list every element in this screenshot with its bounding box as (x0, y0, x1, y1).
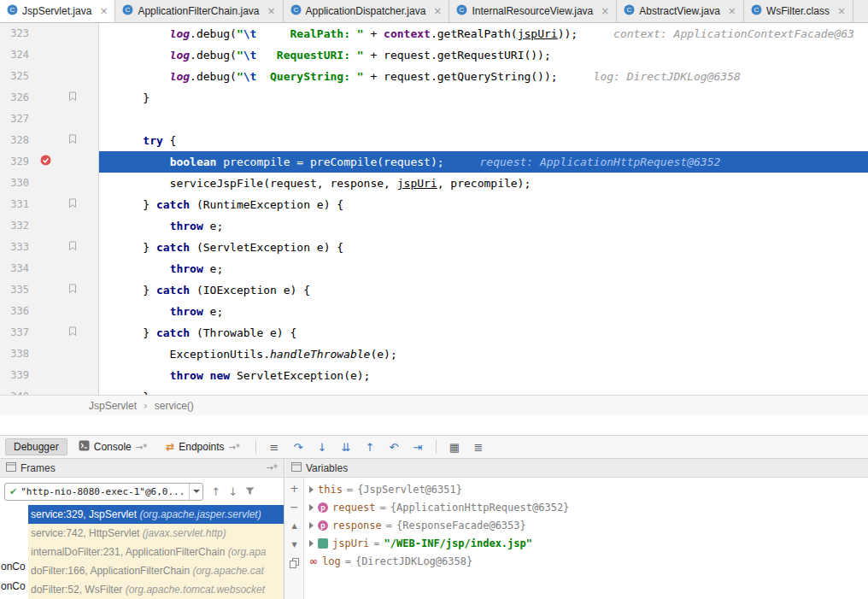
close-icon[interactable]: × (433, 5, 442, 17)
code-line[interactable]: } catch (IOException e) { (99, 279, 868, 301)
stack-frame-row[interactable]: internalDoFilter:231, ApplicationFilterC… (28, 543, 284, 561)
fold-marker-icon[interactable] (68, 194, 77, 215)
editor-gutter: 338 (0, 344, 99, 365)
code-line[interactable]: } catch (Throwable e) { (99, 322, 868, 344)
add-watch-icon[interactable]: + (290, 483, 299, 494)
code-line[interactable]: throw e; (99, 258, 868, 279)
layout-settings-icon[interactable]: ≣ (468, 441, 489, 454)
evaluate-expression-icon[interactable]: ▦ (444, 441, 465, 454)
breakpoint-icon[interactable] (40, 151, 51, 173)
expand-chevron-icon[interactable] (309, 486, 314, 493)
breakpoint-area[interactable] (29, 151, 62, 173)
code-segment: } (116, 284, 156, 297)
debug-tool-tab-endpoints[interactable]: ⇄Endpoints→* (158, 438, 248, 455)
stack-frame-row[interactable]: service:742, HttpServlet (javax.servlet.… (28, 524, 284, 543)
close-icon[interactable]: × (601, 5, 609, 17)
breadcrumb-item-class[interactable]: JspServlet (89, 400, 137, 412)
editor-gutter: 333 (0, 237, 99, 258)
debug-tool-tab-console[interactable]: Console→* (71, 438, 155, 456)
editor-tab[interactable]: CApplicationFilterChain.java× (115, 0, 283, 22)
expand-chevron-icon[interactable] (309, 522, 314, 529)
fold-marker-icon[interactable] (68, 322, 77, 344)
fold-marker-icon[interactable] (68, 279, 77, 301)
editor-gutter: 326 (0, 87, 99, 109)
previous-frame-icon[interactable]: ↑ (211, 485, 220, 498)
float-window-icon[interactable]: →* (267, 463, 278, 473)
code-segment: } (116, 91, 150, 104)
code-segment (116, 305, 170, 318)
stack-frame-row[interactable]: doFilter:166, ApplicationFilterChain (or… (28, 561, 284, 580)
debug-tool-tab-debugger[interactable]: Debugger (5, 438, 67, 455)
thread-selector[interactable]: ✔ "http-nio-8080-exec-1"@6,0... (4, 483, 203, 501)
editor-tab[interactable]: CApplicationDispatcher.java× (284, 0, 450, 22)
variable-row[interactable]: this = {JspServlet@6351} (304, 480, 868, 498)
editor-tab-label: JspServlet.java (22, 5, 91, 17)
code-line[interactable]: } catch (ServletException e) { (99, 237, 868, 258)
move-watch-down-icon[interactable]: ▼ (291, 539, 296, 550)
editor-tab[interactable]: CWsFilter.class× (744, 0, 853, 22)
close-icon[interactable]: × (267, 5, 276, 17)
copy-icon[interactable] (290, 558, 299, 570)
variable-row[interactable]: presponse = {ResponseFacade@6353} (304, 516, 868, 534)
code-line[interactable]: throw e; (99, 215, 868, 237)
expand-chevron-icon[interactable] (309, 504, 314, 511)
line-number: 330 (0, 173, 29, 194)
remove-watch-icon[interactable]: − (290, 502, 299, 513)
variable-row[interactable]: jspUri = "/WEB-INF/jsp/index.jsp" (304, 534, 868, 552)
breadcrumb-item-method[interactable]: service() (155, 400, 194, 412)
close-icon[interactable]: × (728, 5, 736, 17)
variables-panel-icon (291, 462, 302, 474)
step-into-icon[interactable]: ↓ (312, 441, 332, 454)
restore-layout-icon[interactable]: ≡ (264, 441, 284, 454)
close-icon[interactable]: × (837, 5, 846, 17)
code-line[interactable]: throw e; (99, 301, 868, 322)
code-line[interactable]: throw new ServletException(e); (99, 365, 868, 386)
code-line[interactable]: boolean precompile = preCompile(request)… (99, 151, 868, 173)
code-line[interactable]: serviceJspFile(request, response, jspUri… (99, 173, 868, 194)
move-watch-up-icon[interactable]: ▲ (291, 520, 296, 531)
step-over-icon[interactable]: ↷ (288, 441, 308, 454)
stack-frame-row[interactable]: doFilter:52, WsFilter (org.apache.tomcat… (28, 580, 284, 599)
editor-tab[interactable]: CAbstractView.java× (617, 0, 744, 22)
fold-marker-icon[interactable] (68, 237, 77, 258)
code-line[interactable] (99, 109, 868, 130)
force-step-into-icon[interactable]: ⇊ (336, 441, 356, 454)
line-number: 339 (0, 365, 29, 386)
fold-marker-icon[interactable] (68, 87, 77, 109)
run-to-cursor-icon[interactable]: ⇥ (408, 441, 428, 454)
svg-text:C: C (627, 6, 632, 14)
close-icon[interactable]: × (99, 5, 108, 17)
code-line[interactable]: log.debug("\t RealPath: " + context.getR… (99, 23, 868, 44)
code-line[interactable]: } catch (RuntimeException e) { (99, 194, 868, 215)
code-segment (116, 220, 170, 232)
editor-tab[interactable]: CInternalResourceView.java× (449, 0, 617, 22)
stack-frame-row[interactable]: service:329, JspServlet (org.apache.jasp… (28, 505, 284, 524)
svg-text:C: C (754, 6, 760, 14)
code-segment (116, 369, 170, 382)
variable-row[interactable]: ∞log = {DirectJDKLog@6358} (304, 552, 868, 570)
hide-frames-filter-icon[interactable] (245, 485, 255, 498)
next-frame-icon[interactable]: ↓ (228, 485, 238, 498)
code-segment: { (163, 134, 177, 147)
code-line[interactable]: log.debug("\t RequestURI: " + request.ge… (99, 44, 868, 66)
step-out-icon[interactable]: ↑ (360, 441, 380, 454)
variable-name: log (322, 555, 341, 567)
frames-panel-header: Frames →* (0, 459, 284, 478)
editor-tab[interactable]: CJspServlet.java× (0, 0, 115, 22)
code-line[interactable]: ExceptionUtils.handleThrowable(e); (99, 344, 868, 365)
code-line[interactable]: log.debug("\t QueryString: " + request.g… (99, 66, 868, 87)
fold-marker-icon[interactable] (68, 130, 77, 151)
variable-row[interactable]: prequest = {ApplicationHttpRequest@6352} (304, 498, 868, 516)
drop-frame-icon[interactable]: ↶ (384, 441, 404, 454)
thread-selector-dropdown[interactable] (189, 484, 202, 500)
code-line[interactable]: } (99, 386, 868, 395)
expand-chevron-icon[interactable] (309, 540, 314, 547)
debug-toolbar: DebuggerConsole→*⇄Endpoints→*≡↷↓⇊↑↶⇥▦≣ (0, 435, 868, 459)
code-segment: .getRealPath( (431, 27, 518, 40)
editor-line: 339 throw new ServletException(e); (0, 365, 868, 386)
code-line[interactable]: } (99, 87, 868, 109)
code-segment: QueryString: " (256, 70, 363, 83)
code-line[interactable]: try { (99, 130, 868, 151)
line-number: 335 (0, 279, 29, 301)
code-segment: boolean (170, 156, 217, 168)
